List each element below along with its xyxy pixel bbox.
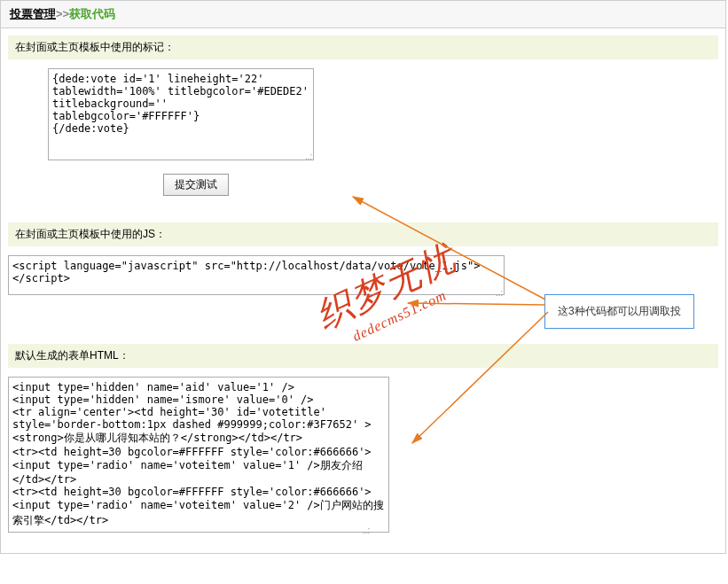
breadcrumb-current: 获取代码 (69, 7, 115, 20)
js-code-textarea[interactable] (8, 255, 505, 295)
section2-title: 在封面或主页模板中使用的JS： (8, 222, 718, 246)
resize-handle-icon: ..: (363, 526, 370, 535)
html-code-textarea[interactable] (8, 377, 389, 533)
breadcrumb-link[interactable]: 投票管理 (10, 7, 56, 20)
breadcrumb-sep: >> (56, 7, 69, 20)
annotation-callout: 这3种代码都可以用调取投 (544, 294, 694, 329)
section1-title: 在封面或主页模板中使用的标记： (8, 35, 718, 59)
resize-handle-icon: ..: (305, 152, 312, 161)
breadcrumb: 投票管理>>获取代码 (1, 1, 725, 28)
section3-title: 默认生成的表单HTML： (8, 344, 718, 368)
submit-test-button[interactable]: 提交测试 (163, 174, 229, 196)
template-tag-textarea[interactable] (48, 68, 314, 160)
resize-handle-icon: ..: (496, 288, 503, 298)
